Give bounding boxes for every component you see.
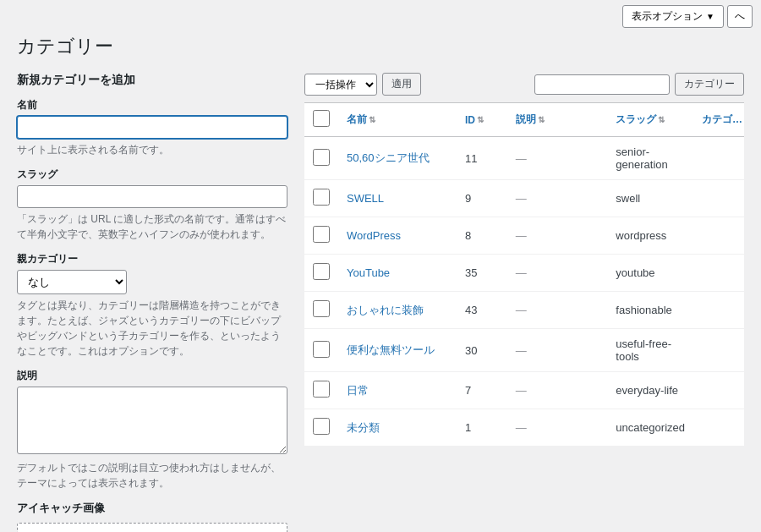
table-row: YouTube 35 — youtube [304, 255, 744, 292]
th-count-label: カテゴリー数 [702, 112, 744, 127]
table-header: 名前 ⇅ ID ⇅ [304, 103, 744, 137]
row-description: — [507, 217, 608, 255]
row-checkbox-cell [304, 372, 338, 409]
row-count [693, 409, 744, 447]
th-slug-link[interactable]: スラッグ ⇅ [616, 112, 665, 127]
th-id-link[interactable]: ID ⇅ [465, 114, 484, 126]
row-checkbox-cell [304, 409, 338, 447]
row-slug: fashionable [607, 292, 693, 329]
search-input[interactable] [534, 74, 670, 95]
th-name-label: 名前 [347, 112, 367, 127]
row-id: 35 [457, 255, 507, 292]
row-count [693, 292, 744, 329]
nav-button[interactable]: へ [727, 5, 753, 28]
table-panel: 一括操作 適用 カテゴリー [304, 73, 744, 447]
parent-select[interactable]: なし [17, 270, 127, 294]
th-id-label: ID [465, 114, 475, 126]
category-name-link[interactable]: WordPress [347, 229, 401, 242]
row-slug: senior-generation [607, 137, 693, 180]
image-group: アイキャッチ画像 画像を選択 画像を削除 [17, 501, 287, 532]
slug-label: スラッグ [17, 167, 287, 182]
row-slug: swell [607, 180, 693, 217]
sort-arrow-name: ⇅ [369, 115, 375, 124]
parent-hint: タグとは異なり、カテゴリーは階層構造を持つことができます。たとえば、ジャズという… [17, 298, 287, 359]
row-id: 1 [457, 409, 507, 447]
display-options-button[interactable]: 表示オプション ▼ [622, 5, 724, 28]
description-hint: デフォルトではこの説明は目立つ使われ方はしませんが、テーマによっては表示されます… [17, 460, 287, 491]
row-checkbox[interactable] [313, 300, 330, 317]
row-checkbox[interactable] [313, 149, 330, 166]
top-bar: 表示オプション ▼ へ [614, 0, 761, 33]
row-description: — [507, 180, 608, 217]
row-id: 30 [457, 329, 507, 372]
description-textarea[interactable] [17, 387, 287, 454]
name-group: 名前 サイト上に表示される名前です。 [17, 98, 287, 157]
row-checkbox-cell [304, 255, 338, 292]
slug-input[interactable] [17, 185, 287, 208]
row-checkbox[interactable] [313, 189, 330, 206]
table-row: SWELL 9 — swell [304, 180, 744, 217]
row-count [693, 180, 744, 217]
apply-button[interactable]: 適用 [382, 73, 421, 96]
select-all-checkbox[interactable] [313, 110, 330, 127]
row-description: — [507, 329, 608, 372]
row-count [693, 372, 744, 409]
row-checkbox[interactable] [313, 263, 330, 280]
toolbar-right: カテゴリー [534, 73, 744, 96]
categories-table: 名前 ⇅ ID ⇅ [304, 102, 744, 447]
parent-group: 親カテゴリー なし タグとは異なり、カテゴリーは階層構造を持つことができます。た… [17, 252, 287, 359]
toolbar-left: 一括操作 適用 [304, 73, 421, 96]
row-id: 8 [457, 217, 507, 255]
category-name-link[interactable]: YouTube [347, 266, 390, 279]
th-count: カテゴリー数 ⇅ [693, 103, 744, 137]
row-slug: everyday-life [607, 372, 693, 409]
parent-label: 親カテゴリー [17, 252, 287, 266]
row-checkbox[interactable] [313, 381, 330, 398]
category-name-link[interactable]: SWELL [347, 192, 384, 205]
name-input[interactable] [17, 116, 287, 139]
name-hint: サイト上に表示される名前です。 [17, 142, 287, 157]
slug-group: スラッグ 「スラッグ」は URL に適した形式の名前です。通常はすべて半角小文字… [17, 167, 287, 242]
row-id: 11 [457, 137, 507, 180]
row-checkbox-cell [304, 180, 338, 217]
row-description: — [507, 372, 608, 409]
table-row: 未分類 1 — uncategorized [304, 409, 744, 447]
category-name-link[interactable]: 50,60シニア世代 [347, 151, 430, 164]
row-count [693, 217, 744, 255]
row-count [693, 255, 744, 292]
content-area: 新規カテゴリーを追加 名前 サイト上に表示される名前です。 スラッグ 「スラッグ… [17, 73, 744, 532]
category-name-link[interactable]: 未分類 [347, 421, 380, 434]
page-title: カテゴリー [17, 34, 744, 59]
form-panel: 新規カテゴリーを追加 名前 サイト上に表示される名前です。 スラッグ 「スラッグ… [17, 73, 287, 532]
description-label: 説明 [17, 369, 287, 383]
table-row: おしゃれに装飾 43 — fashionable [304, 292, 744, 329]
row-description: — [507, 292, 608, 329]
row-checkbox[interactable] [313, 341, 330, 358]
th-slug: スラッグ ⇅ [607, 103, 693, 137]
image-section-title: アイキャッチ画像 [17, 501, 287, 516]
th-name-link[interactable]: 名前 ⇅ [347, 112, 375, 127]
row-checkbox-cell [304, 292, 338, 329]
bulk-action-select[interactable]: 一括操作 [304, 74, 377, 96]
page-wrapper: 表示オプション ▼ へ カテゴリー 新規カテゴリーを追加 名前 サイト上に表示さ… [0, 0, 761, 532]
row-checkbox-cell [304, 137, 338, 180]
row-description: — [507, 137, 608, 180]
th-slug-label: スラッグ [616, 112, 656, 127]
row-slug: useful-free-tools [607, 329, 693, 372]
th-description-link[interactable]: 説明 ⇅ [516, 112, 545, 127]
th-count-link[interactable]: カテゴリー数 ⇅ [702, 112, 744, 127]
row-slug: uncategorized [607, 409, 693, 447]
row-description: — [507, 255, 608, 292]
category-search-button[interactable]: カテゴリー [675, 73, 744, 96]
category-name-link[interactable]: おしゃれに装飾 [347, 304, 424, 316]
row-count [693, 329, 744, 372]
row-checkbox[interactable] [313, 418, 330, 435]
form-section-title: 新規カテゴリーを追加 [17, 73, 287, 88]
row-description: — [507, 409, 608, 447]
name-label: 名前 [17, 98, 287, 112]
category-name-link[interactable]: 便利な無料ツール [347, 343, 435, 356]
category-name-link[interactable]: 日常 [347, 384, 369, 397]
th-name: 名前 ⇅ [338, 103, 457, 137]
row-slug: wordpress [607, 217, 693, 255]
row-checkbox[interactable] [313, 226, 330, 243]
